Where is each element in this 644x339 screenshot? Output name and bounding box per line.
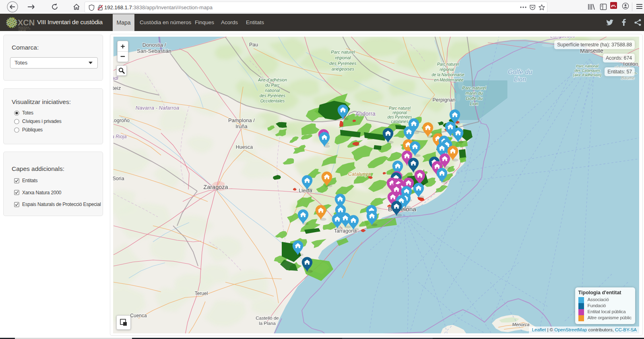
svg-text:Golfe du: Golfe du (508, 69, 533, 75)
svg-text:Donostia /: Donostia / (142, 42, 166, 48)
svg-text:national: national (265, 88, 280, 93)
svg-text:Lion: Lion (470, 101, 479, 106)
svg-text:de la Narbonnaise: de la Narbonnaise (431, 73, 464, 77)
svg-text:régional: régional (440, 67, 454, 72)
svg-text:Occidentales: Occidentales (260, 98, 285, 103)
svg-text:Parc national: Parc national (576, 64, 599, 68)
svg-text:teiz: teiz (113, 85, 121, 91)
svg-text:marin du: marin du (466, 91, 483, 96)
svg-text:Perpignan: Perpignan (433, 97, 456, 103)
svg-text:Parc naturel: Parc naturel (462, 85, 486, 90)
svg-text:(aire d'adhésion): (aire d'adhésion) (573, 73, 601, 77)
svg-text:Languedoc: Languedoc (550, 37, 576, 39)
svg-text:Andorra: Andorra (355, 110, 376, 117)
svg-text:a Rioja: a Rioja (113, 134, 127, 139)
svg-text:Parc naturel: Parc naturel (389, 106, 411, 110)
svg-text:Parc naturel: Parc naturel (331, 50, 355, 54)
svg-text:régional: régional (335, 55, 351, 60)
svg-text:adi: adi (113, 75, 118, 81)
svg-text:XCN: XCN (18, 18, 35, 27)
svg-text:du Parc: du Parc (265, 83, 280, 87)
svg-text:Golfe du: Golfe du (466, 96, 483, 101)
svg-text:Menorca: Menorca (512, 322, 530, 327)
svg-text:Iruña: Iruña (235, 123, 248, 129)
svg-text:Pau: Pau (249, 42, 258, 48)
svg-text:Aire d'adhésion: Aire d'adhésion (258, 77, 287, 82)
svg-text:Teruel: Teruel (195, 291, 208, 296)
svg-text:des Calanques: des Calanques (574, 68, 600, 73)
svg-text:Pamplona /: Pamplona / (228, 117, 255, 123)
svg-text:LA NATURA: LA NATURA (18, 30, 26, 31)
svg-text:Cuenca: Cuenca (130, 313, 147, 318)
svg-text:Huesca: Huesca (236, 144, 253, 150)
svg-text:Lion: Lion (514, 76, 526, 83)
svg-text:ariégeoises: ariégeoises (332, 67, 355, 71)
svg-text:régional: régional (392, 110, 407, 115)
svg-text:Logroño: Logroño (113, 118, 130, 123)
svg-text:San-Sebastián: San-Sebastián (137, 48, 171, 54)
svg-text:des Pyrénées: des Pyrénées (260, 93, 286, 98)
svg-text:Castelló de: Castelló de (256, 316, 279, 320)
svg-text:Navarra - Nafarroa: Navarra - Nafarroa (136, 105, 179, 111)
svg-text:Soria: Soria (113, 176, 124, 181)
svg-text:catalanes: catalanes (391, 119, 409, 124)
svg-text:des Pyrénées: des Pyrénées (387, 115, 412, 119)
svg-text:en Méditerranée: en Méditerranée (434, 78, 464, 82)
svg-text:des Pyrénées: des Pyrénées (329, 61, 357, 66)
svg-text:Parc naturel: Parc naturel (437, 62, 459, 67)
svg-text:la Plana: la Plana (259, 321, 276, 326)
svg-text:Zaragoza: Zaragoza (203, 184, 228, 190)
svg-text:Catalunya: Catalunya (348, 171, 371, 177)
